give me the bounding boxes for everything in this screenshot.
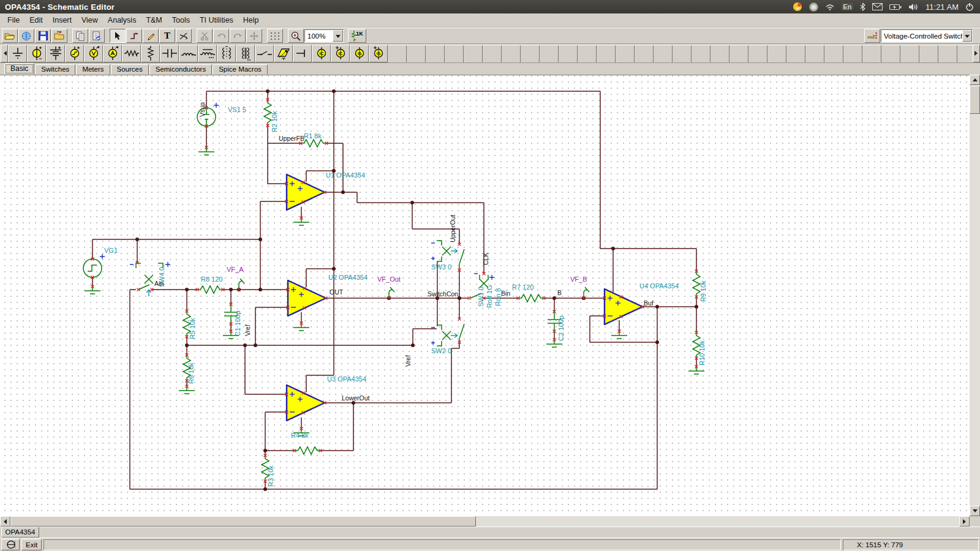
palette-is-source[interactable]: IS	[350, 45, 369, 62]
palette-scroll-right[interactable]	[973, 45, 980, 62]
menu-tm[interactable]: T&M	[141, 14, 167, 26]
cut-button[interactable]	[197, 29, 213, 43]
label-switchcon[interactable]: SwitchCon	[428, 290, 458, 298]
zoom-dropdown-arrow[interactable]	[333, 30, 343, 42]
label-out[interactable]: OUT	[330, 288, 344, 296]
palette-scroll-left[interactable]	[1, 45, 8, 62]
palette-ic-source-plus[interactable]: IC	[331, 45, 350, 62]
palette-voltmeter[interactable]	[84, 45, 103, 62]
label-r2[interactable]: R2 10k	[271, 111, 278, 132]
sheet-tab-opa4354[interactable]: OPA4354	[1, 527, 39, 538]
schematic-canvas[interactable]: VS1 5 R2 10k R1 8k U1 OPA4354 VG1 SW4 0 …	[0, 75, 970, 516]
tab-semiconductors[interactable]: Semiconductors	[149, 64, 212, 75]
editor-mode-button[interactable]	[1, 539, 20, 550]
menu-help[interactable]: Help	[238, 14, 264, 26]
palette-voltage-generator[interactable]	[65, 45, 84, 62]
label-bin[interactable]: Bin	[501, 290, 510, 297]
label-r5[interactable]: R5 10k	[189, 318, 196, 339]
menu-view[interactable]: View	[77, 14, 103, 26]
messenger-icon[interactable]	[793, 2, 802, 12]
palette-ground[interactable]	[8, 45, 27, 62]
palette-jumper[interactable]	[293, 45, 312, 62]
tab-spice-macros[interactable]: Spice Macros	[213, 64, 268, 75]
vertical-scrollbar[interactable]	[970, 75, 980, 516]
app-tray-icon[interactable]	[809, 2, 818, 12]
dimension-tool-button[interactable]	[176, 29, 192, 43]
opamp-u1[interactable]	[285, 174, 326, 225]
label-vref-c1[interactable]: Vref	[244, 324, 251, 336]
palette-ic-source[interactable]: IC	[312, 45, 331, 62]
label-r7[interactable]: R7 120	[512, 283, 533, 291]
horizontal-scroll-thumb[interactable]	[10, 516, 476, 527]
label-u1[interactable]: U1 OPA4354	[326, 171, 365, 179]
mail-icon[interactable]	[872, 3, 883, 10]
label-c1[interactable]: C1 100p	[234, 310, 241, 336]
palette-voltage-source[interactable]	[27, 45, 46, 62]
label-lowerout[interactable]: LowerOut	[342, 394, 370, 402]
label-c2[interactable]: C2 100p	[557, 315, 565, 341]
move-tool-button[interactable]	[246, 29, 262, 43]
schematic-drawing[interactable]: VS1 5 R2 10k R1 8k U1 OPA4354 VG1 SW4 0 …	[0, 75, 970, 516]
label-roff[interactable]: Roff 1G	[486, 285, 493, 308]
opamp-u3[interactable]	[285, 385, 326, 436]
menu-file[interactable]: File	[2, 14, 24, 26]
menu-insert[interactable]: Insert	[48, 14, 77, 26]
opamp-u2[interactable]	[287, 280, 328, 331]
wifi-icon[interactable]	[825, 3, 835, 10]
palette-switch[interactable]	[255, 45, 274, 62]
label-r1[interactable]: R1 8k	[304, 132, 322, 140]
horizontal-scrollbar[interactable]	[0, 516, 980, 527]
scroll-left-button[interactable]	[0, 516, 10, 527]
label-vs1[interactable]: VS1 5	[228, 106, 246, 113]
session-power-icon[interactable]	[965, 2, 974, 11]
label-vf-out[interactable]: VF_Out	[377, 276, 401, 283]
label-buf[interactable]: Buf	[644, 299, 654, 307]
clock[interactable]: 11:21 AM	[925, 2, 959, 12]
palette-ammeter[interactable]	[103, 45, 122, 62]
menu-edit[interactable]: Edit	[24, 14, 48, 26]
switch-sw2[interactable]	[431, 318, 464, 347]
zoom-tool-button[interactable]	[288, 29, 304, 43]
label-clk[interactable]: CLK	[482, 253, 489, 265]
tab-basic[interactable]: Basic	[4, 63, 34, 75]
exit-button[interactable]: Exit	[21, 539, 42, 550]
zoom-level-combo[interactable]: 100%	[304, 29, 344, 42]
label-sw2[interactable]: SW2 0	[431, 347, 451, 354]
scroll-up-button[interactable]	[970, 75, 980, 85]
open-macro-button[interactable]	[51, 29, 67, 43]
label-u3[interactable]: U3 OPA4354	[327, 375, 366, 383]
label-vg1[interactable]: VG1	[104, 247, 118, 254]
label-r8[interactable]: R8 120	[201, 276, 222, 283]
resistor-r7[interactable]	[517, 294, 546, 302]
palette-is-source-plus[interactable]: IS	[369, 45, 388, 62]
scroll-right-button[interactable]	[959, 516, 970, 527]
palette-resistor[interactable]	[122, 45, 141, 62]
wire-tool-button[interactable]	[126, 29, 142, 43]
pencil-tool-button[interactable]	[143, 29, 159, 43]
resistor-r8[interactable]	[196, 286, 225, 293]
open-from-web-button[interactable]	[18, 29, 34, 43]
label-u4[interactable]: U4 OPA4354	[639, 282, 679, 290]
select-tool-button[interactable]	[110, 29, 126, 43]
menu-ti-utilities[interactable]: TI Utilities	[195, 14, 238, 26]
label-ain[interactable]: Ain	[154, 280, 164, 287]
keyboard-layout-indicator[interactable]: En	[842, 3, 853, 10]
label-r3[interactable]: R3 10k	[267, 465, 274, 487]
find-component-button[interactable]	[864, 29, 880, 43]
palette-controlled-source[interactable]	[274, 45, 293, 62]
open-file-button[interactable]	[2, 29, 18, 43]
label-r10[interactable]: R10 10k	[698, 340, 706, 365]
tab-meters[interactable]: Meters	[76, 64, 110, 75]
copy-button[interactable]	[72, 29, 88, 43]
volume-icon[interactable]	[908, 3, 919, 11]
opamp-u4[interactable]	[603, 289, 644, 339]
tab-sources[interactable]: Sources	[111, 64, 149, 75]
palette-capacitor[interactable]	[160, 45, 179, 62]
label-vsup[interactable]: Vsup	[198, 102, 206, 117]
save-button[interactable]	[35, 29, 51, 43]
label-r4[interactable]: R4 8k	[291, 432, 309, 439]
palette-battery[interactable]	[46, 45, 65, 62]
label-vref-sw[interactable]: Vref	[404, 355, 412, 367]
label-sw3[interactable]: SW3 0	[431, 263, 451, 271]
label-r9[interactable]: R9 10k	[699, 280, 707, 302]
